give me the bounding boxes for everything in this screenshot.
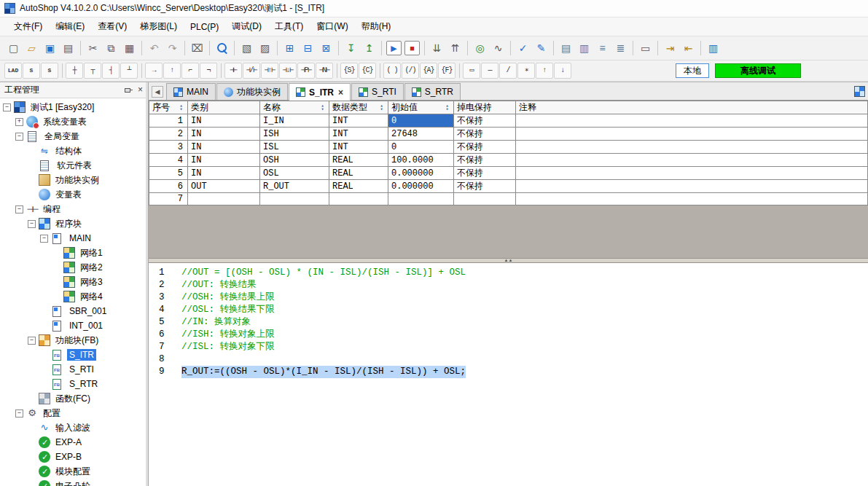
code-line-9[interactable]: 9R_OUT:=((OSH - OSL)*(I_IN - ISL)/(ISH -… (149, 366, 868, 378)
new-file-icon[interactable]: ▢ (4, 39, 23, 57)
var-table-cell[interactable] (454, 193, 516, 205)
draw-up-arrow-icon[interactable]: ↑ (163, 63, 181, 79)
code-line-5[interactable]: 5//IN: 换算对象 (149, 316, 868, 329)
var-table-cell[interactable]: REAL (329, 180, 388, 193)
open-folder-icon[interactable]: ▱ (23, 39, 41, 57)
tree-config[interactable]: −配置 (0, 406, 146, 420)
column-header-category[interactable]: 类别 (188, 101, 260, 114)
draw-line-branch-icon[interactable]: ┤ (102, 63, 120, 79)
tree-var-table[interactable]: 变量表 (0, 187, 146, 202)
menu-help[interactable]: 帮助(H) (355, 18, 398, 35)
redo-icon[interactable]: ↷ (163, 39, 181, 57)
column-header-index[interactable]: 序号 (149, 101, 188, 114)
tree-exp-b[interactable]: EXP-B (0, 450, 146, 464)
tree-project-root[interactable]: −测试1 [Easy320] (0, 100, 146, 114)
column-header-comment[interactable]: 注释 (516, 101, 868, 114)
menu-ladder[interactable]: 梯形图(L) (133, 18, 184, 35)
search-icon[interactable] (213, 39, 231, 57)
var-table-cell[interactable]: 不保持 (454, 154, 516, 167)
device-info-icon[interactable]: ▭ (636, 39, 654, 57)
offline-debug-button[interactable]: 离线调试 (715, 63, 801, 78)
jump-forward-icon[interactable]: ⇥ (661, 39, 679, 57)
run-icon[interactable]: ▶ (386, 41, 402, 55)
var-table-cell[interactable]: 100.0000 (388, 154, 454, 167)
local-button[interactable]: 本地 (676, 63, 709, 78)
column-header-name[interactable]: 名称 (260, 101, 329, 114)
draw-right-arrow-icon[interactable]: → (145, 63, 163, 79)
menu-window[interactable]: 窗口(W) (310, 18, 354, 35)
var-table-cell[interactable]: 不保持 (454, 141, 516, 154)
draw-corner-right-icon[interactable]: ¬ (200, 63, 217, 79)
var-table-cell[interactable] (516, 128, 868, 141)
tree-fb-instances[interactable]: 功能块实例 (0, 173, 146, 187)
tree-electronic-cam[interactable]: 电子凸轮 (0, 479, 146, 486)
var-table-cell[interactable]: INT (329, 114, 388, 128)
var-table-cell[interactable]: 不保持 (454, 114, 516, 128)
tree-exp-a[interactable]: EXP-A (0, 435, 146, 450)
var-table-cell[interactable]: OSH (260, 154, 329, 167)
var-table-cell[interactable]: 5 (149, 167, 188, 180)
code-line-1[interactable]: 1//OUT = [(OSH - OSL) * (IN - ISL)/(ISH … (149, 267, 868, 279)
upload-plc-icon[interactable]: ⇈ (446, 39, 464, 57)
menu-plc[interactable]: PLC(P) (184, 20, 225, 34)
compile-icon[interactable]: ▧ (238, 39, 256, 57)
var-table-cell[interactable]: 3 (149, 141, 188, 154)
collapse-icon[interactable]: − (28, 220, 36, 228)
paste-icon[interactable]: ▦ (120, 39, 138, 57)
var-table-cell[interactable]: ISH (260, 128, 329, 141)
tree-functions-fc[interactable]: 函数(FC) (0, 391, 146, 406)
sfc-step-icon[interactable]: S (23, 63, 40, 79)
tab-close-icon[interactable]: × (338, 87, 343, 98)
tree-network-2[interactable]: 网络2 (0, 260, 146, 275)
tab-s-rti[interactable]: S_RTI (351, 83, 404, 100)
code-line-2[interactable]: 2//OUT: 转换结果 (149, 279, 868, 291)
tree-system-var-table[interactable]: +系统变量表 (0, 114, 146, 129)
coil-set-icon[interactable]: {S} (340, 63, 358, 79)
star-tool-icon[interactable]: ∗ (517, 63, 535, 79)
stop-icon[interactable]: ■ (404, 41, 420, 55)
code-line-6[interactable]: 6//ISH: 转换对象上限 (149, 329, 868, 341)
tree-program-blocks[interactable]: −程序块 (0, 216, 146, 231)
tree-network-4[interactable]: 网络4 (0, 289, 146, 304)
var-table-cell[interactable]: 4 (149, 154, 188, 167)
delete-network-icon[interactable]: ⊠ (317, 39, 335, 57)
tree-module-config[interactable]: 模块配置 (0, 464, 146, 479)
code-line-3[interactable]: 3//OSH: 转换结果上限 (149, 291, 868, 304)
var-table-cell[interactable] (260, 193, 329, 205)
var-table-cell[interactable]: INT (329, 141, 388, 154)
tree-s-rtr[interactable]: S_RTR (0, 377, 146, 391)
var-table-cell[interactable]: 不保持 (454, 167, 516, 180)
code-line-8[interactable]: 8 (149, 353, 868, 366)
coil-out-icon[interactable]: ( ) (383, 63, 401, 79)
var-table-cell[interactable] (516, 154, 868, 167)
var-table-cell[interactable]: IN (188, 128, 260, 141)
var-table-cell[interactable]: 不保持 (454, 128, 516, 141)
var-table-cell[interactable]: 27648 (388, 128, 454, 141)
arrow-down-tool-icon[interactable]: ↓ (554, 63, 571, 79)
tree-input-filter[interactable]: 输入滤波 (0, 420, 146, 435)
column-header-retain[interactable]: 掉电保持 (454, 101, 516, 114)
var-table-cell[interactable]: REAL (329, 154, 388, 167)
sort-icon[interactable] (319, 104, 326, 111)
contact-nc-icon[interactable]: ⊣/⊢ (243, 63, 260, 79)
tree-struct[interactable]: 结构体 (0, 144, 146, 158)
menu-debug[interactable]: 调试(D) (225, 18, 268, 35)
write-values-icon[interactable]: ✓ (514, 39, 532, 57)
var-table-cell[interactable]: IN (188, 167, 260, 180)
var-table-cell[interactable] (188, 193, 260, 205)
draw-line-up-icon[interactable]: ┴ (120, 63, 138, 79)
tree-network-3[interactable]: 网络3 (0, 275, 146, 289)
panel-close-icon[interactable]: × (138, 85, 143, 95)
download-program-icon[interactable]: ↧ (342, 39, 360, 57)
tab-main[interactable]: MAIN (166, 83, 216, 100)
monitor-icon[interactable]: ◎ (471, 39, 489, 57)
lad-mode-icon[interactable]: LAD (4, 63, 22, 79)
var-table-cell[interactable] (516, 114, 868, 128)
var-table-cell[interactable]: 6 (149, 180, 188, 193)
window-layout-icon[interactable]: ▥ (704, 39, 722, 57)
tree-programming[interactable]: −编程 (0, 202, 146, 216)
append-network-icon[interactable]: ⊟ (299, 39, 317, 57)
var-table-cell[interactable]: 不保持 (454, 180, 516, 193)
var-table-cell[interactable]: 0.000000 (388, 167, 454, 180)
var-monitor-4-icon[interactable]: ≣ (611, 39, 630, 57)
